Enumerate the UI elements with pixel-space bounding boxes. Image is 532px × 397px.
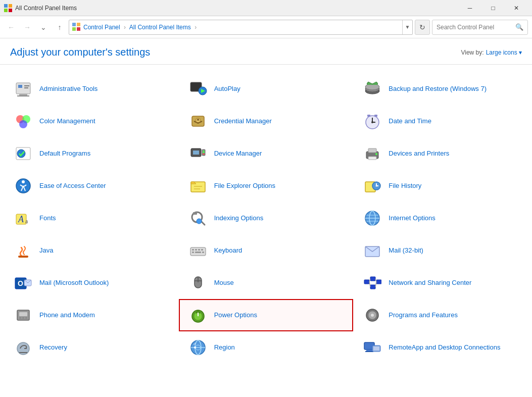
svg-point-55 bbox=[376, 185, 377, 187]
item-power-options[interactable]: Power Options bbox=[179, 299, 354, 331]
item-devices-printers[interactable]: Devices and Printers bbox=[353, 137, 528, 170]
icon-mouse bbox=[188, 273, 208, 293]
icon-mail-outlook: O bbox=[13, 273, 33, 293]
item-file-explorer[interactable]: File Explorer Options bbox=[179, 170, 354, 202]
icon-devices-printers bbox=[362, 143, 382, 164]
svg-rect-76 bbox=[202, 252, 204, 253]
search-input[interactable] bbox=[437, 24, 515, 31]
recent-locations-button[interactable]: ⌄ bbox=[36, 20, 51, 34]
item-credential-manager[interactable]: Credential Manager bbox=[179, 105, 354, 137]
label-credential-manager: Credential Manager bbox=[214, 117, 272, 126]
title-bar: All Control Panel Items ─ □ ✕ bbox=[0, 0, 532, 16]
svg-rect-87 bbox=[376, 280, 381, 284]
item-keyboard[interactable]: Keyboard bbox=[179, 234, 354, 267]
label-device-manager: Device Manager bbox=[214, 150, 262, 158]
item-programs-features[interactable]: Programs and Features bbox=[353, 299, 528, 331]
item-region[interactable]: Region bbox=[179, 331, 354, 364]
forward-button[interactable]: → bbox=[20, 20, 34, 34]
label-autoplay: AutoPlay bbox=[214, 85, 240, 93]
back-button[interactable]: ← bbox=[4, 20, 18, 34]
label-default-programs: Default Programs bbox=[39, 150, 90, 158]
label-phone-modem: Phone and Modem bbox=[39, 311, 95, 320]
up-button[interactable]: ↑ bbox=[53, 20, 67, 34]
refresh-button[interactable]: ↻ bbox=[415, 20, 430, 35]
svg-line-90 bbox=[375, 279, 376, 282]
svg-rect-12 bbox=[19, 94, 27, 95]
svg-rect-112 bbox=[366, 350, 372, 351]
item-autoplay[interactable]: AutoPlay bbox=[179, 73, 354, 105]
item-indexing[interactable]: Indexing Options bbox=[179, 202, 354, 234]
svg-rect-95 bbox=[22, 317, 24, 319]
svg-rect-70 bbox=[192, 249, 194, 251]
item-admin-tools[interactable]: Administrative Tools bbox=[4, 73, 179, 105]
label-devices-printers: Devices and Printers bbox=[389, 150, 449, 158]
item-mouse[interactable]: Mouse bbox=[179, 267, 354, 299]
svg-text:A: A bbox=[18, 214, 24, 224]
icon-network-sharing bbox=[362, 273, 382, 293]
item-mail-32bit[interactable]: Mail (32-bit) bbox=[353, 234, 528, 267]
svg-rect-31 bbox=[374, 115, 377, 117]
icon-mail-32bit bbox=[362, 240, 382, 261]
icon-java bbox=[13, 240, 33, 261]
label-recovery: Recovery bbox=[39, 343, 67, 352]
icon-remoteapp bbox=[362, 337, 382, 358]
label-color-management: Color Management bbox=[39, 117, 95, 126]
svg-rect-74 bbox=[192, 252, 194, 253]
close-button[interactable]: ✕ bbox=[505, 0, 528, 16]
svg-text:O: O bbox=[18, 279, 23, 287]
svg-rect-2 bbox=[4, 9, 8, 12]
minimize-button[interactable]: ─ bbox=[458, 0, 481, 16]
svg-rect-30 bbox=[367, 115, 370, 117]
icon-color-management bbox=[13, 111, 33, 131]
svg-point-43 bbox=[375, 153, 377, 155]
svg-point-45 bbox=[22, 180, 25, 183]
icon-admin-tools bbox=[13, 79, 33, 99]
item-file-history[interactable]: File History bbox=[353, 170, 528, 202]
address-dropdown-btn[interactable]: ▼ bbox=[402, 20, 412, 34]
svg-rect-1 bbox=[9, 4, 12, 8]
content-header: Adjust your computer's settings View by:… bbox=[0, 38, 532, 65]
view-by-dropdown[interactable]: Large icons ▾ bbox=[486, 49, 522, 56]
svg-rect-5 bbox=[77, 23, 80, 26]
label-remoteapp: RemoteApp and Desktop Connections bbox=[389, 343, 500, 352]
breadcrumb[interactable]: Control Panel › All Control Panel Items … bbox=[83, 24, 199, 31]
item-date-time[interactable]: Date and Time bbox=[353, 105, 528, 137]
item-backup-restore[interactable]: Backup and Restore (Windows 7) bbox=[353, 73, 528, 105]
item-network-sharing[interactable]: Network and Sharing Center bbox=[353, 267, 528, 299]
label-java: Java bbox=[39, 246, 53, 255]
icon-region bbox=[188, 337, 208, 358]
search-icon: 🔍 bbox=[515, 23, 523, 31]
window-controls: ─ □ ✕ bbox=[458, 0, 528, 16]
item-remoteapp[interactable]: RemoteApp and Desktop Connections bbox=[353, 331, 528, 364]
item-color-management[interactable]: Color Management bbox=[4, 105, 179, 137]
svg-rect-94 bbox=[19, 317, 21, 319]
items-container: Administrative ToolsAutoPlayBackup and R… bbox=[0, 65, 532, 395]
item-fonts[interactable]: AaFonts bbox=[4, 202, 179, 234]
item-device-manager[interactable]: Device Manager bbox=[179, 137, 354, 170]
icon-indexing bbox=[188, 208, 208, 228]
svg-rect-71 bbox=[195, 249, 197, 251]
label-internet-options: Internet Options bbox=[389, 214, 436, 223]
item-ease-access[interactable]: Ease of Access Center bbox=[4, 170, 179, 202]
maximize-button[interactable]: □ bbox=[481, 0, 505, 16]
svg-rect-115 bbox=[373, 346, 379, 351]
svg-rect-113 bbox=[365, 351, 373, 352]
item-recovery[interactable]: Recovery bbox=[4, 331, 179, 364]
label-date-time: Date and Time bbox=[389, 117, 431, 126]
icon-keyboard bbox=[188, 240, 208, 261]
svg-point-62 bbox=[197, 219, 202, 224]
svg-rect-7 bbox=[77, 27, 80, 31]
item-mail-outlook[interactable]: OMail (Microsoft Outlook) bbox=[4, 267, 179, 299]
window-title: All Control Panel Items bbox=[15, 5, 458, 12]
svg-rect-73 bbox=[201, 249, 203, 251]
item-java[interactable]: Java bbox=[4, 234, 179, 267]
svg-rect-85 bbox=[370, 277, 375, 281]
icon-credential-manager bbox=[188, 111, 208, 131]
item-default-programs[interactable]: Default Programs bbox=[4, 137, 179, 170]
label-admin-tools: Administrative Tools bbox=[39, 85, 98, 93]
icon-recovery bbox=[13, 337, 33, 358]
label-file-explorer: File Explorer Options bbox=[214, 182, 275, 190]
svg-point-25 bbox=[197, 119, 199, 121]
item-internet-options[interactable]: Internet Options bbox=[353, 202, 528, 234]
item-phone-modem[interactable]: Phone and Modem bbox=[4, 299, 179, 331]
